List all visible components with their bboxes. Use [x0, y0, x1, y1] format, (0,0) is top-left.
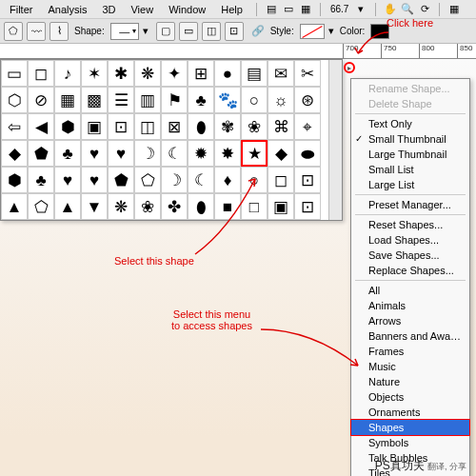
shape-cell[interactable]: ★	[241, 140, 268, 167]
mode-paths-icon[interactable]: ▭	[179, 22, 198, 41]
shape-cell[interactable]: ♣	[28, 167, 54, 193]
shape-cell[interactable]: ▣	[268, 193, 294, 220]
menu-save-shapes[interactable]: Save Shapes...	[351, 248, 469, 263]
shape-picker-scrollbar[interactable]	[328, 60, 342, 220]
shape-cell[interactable]: ✾	[214, 113, 241, 140]
shape-cell[interactable]: ☽	[134, 140, 161, 167]
shape-cell[interactable]: ♣	[54, 140, 81, 167]
shape-cell[interactable]: ▭	[1, 60, 28, 87]
shape-cell[interactable]: ✹	[188, 140, 214, 167]
shape-cell[interactable]: ▦	[54, 87, 81, 113]
menu-view-small-list[interactable]: Small List	[351, 162, 469, 177]
shape-cell[interactable]: ⬢	[54, 113, 81, 140]
mode-shape-layers-icon[interactable]: ▢	[156, 22, 175, 41]
hand-icon[interactable]: ✋	[384, 3, 397, 16]
shape-cell[interactable]: 🐾	[214, 87, 241, 113]
shape-cell[interactable]: ◆	[268, 140, 294, 167]
screen-icon[interactable]: ▦	[299, 3, 312, 16]
menu-view-small-thumbnail[interactable]: Small Thumbnail	[351, 131, 469, 147]
shape-cell[interactable]: ♣	[188, 87, 214, 113]
style-swatch[interactable]	[300, 24, 325, 39]
shape-cell[interactable]: ☽	[161, 167, 188, 193]
shape-cell[interactable]: ⚑	[161, 87, 188, 113]
menu-reset-shapes[interactable]: Reset Shapes...	[351, 217, 469, 232]
arrange-icon[interactable]: ▦	[447, 3, 461, 16]
link-icon[interactable]: 🔗	[251, 25, 265, 37]
shape-cell[interactable]: ⌘	[268, 113, 294, 140]
shape-cell[interactable]: ▣	[81, 113, 108, 140]
shape-cell[interactable]: ☾	[188, 167, 214, 193]
shape-cell[interactable]: ❀	[241, 113, 268, 140]
shape-cell[interactable]: ✸	[214, 140, 241, 167]
shape-cell[interactable]: ♥	[108, 140, 134, 167]
shape-cell[interactable]: ⬠	[28, 193, 54, 220]
shape-cell[interactable]: ❀	[134, 193, 161, 220]
shape-cell[interactable]: ♪	[54, 60, 81, 87]
shape-cell[interactable]: ○	[241, 87, 268, 113]
menu-cat-frames[interactable]: Frames	[351, 344, 469, 359]
shape-cell[interactable]: ✉	[268, 60, 294, 87]
shape-cell[interactable]: ☾	[161, 140, 188, 167]
menu-cat-music[interactable]: Music	[351, 359, 469, 374]
menu-filter[interactable]: Filter	[4, 2, 38, 17]
shape-cell[interactable]: ⬮	[188, 113, 214, 140]
shape-cell[interactable]: ☼	[268, 87, 294, 113]
menu-replace-shapes[interactable]: Replace Shapes...	[351, 263, 469, 278]
rotate-icon[interactable]: ⟳	[418, 3, 431, 16]
shape-cell[interactable]: ⬟	[108, 167, 134, 193]
shape-cell[interactable]: ⇦	[1, 113, 28, 140]
menu-cat-arrows[interactable]: Arrows	[351, 313, 469, 328]
shape-cell[interactable]: ⊘	[28, 87, 54, 113]
shape-picker-flyout-button[interactable]: ▸	[344, 62, 355, 73]
tool-custom-shape-icon[interactable]: ⌇	[50, 22, 69, 41]
shape-cell[interactable]: ▩	[81, 87, 108, 113]
shape-cell[interactable]: ▲	[1, 193, 28, 220]
tool-pen-icon[interactable]: ⬠	[4, 22, 23, 41]
shape-cell[interactable]: ⬢	[1, 167, 28, 193]
shape-cell[interactable]: ◻	[28, 60, 54, 87]
shape-cell[interactable]: ✶	[81, 60, 108, 87]
shape-cell[interactable]: ⬬	[294, 140, 321, 167]
menu-help[interactable]: Help	[215, 2, 248, 17]
shape-cell[interactable]: ❋	[134, 60, 161, 87]
shape-cell[interactable]: ♥	[81, 167, 108, 193]
tool-freeform-icon[interactable]: 〰	[27, 22, 46, 41]
menu-analysis[interactable]: Analysis	[42, 2, 92, 17]
shape-cell[interactable]: ◆	[1, 140, 28, 167]
menu-cat-symbols[interactable]: Symbols	[351, 435, 469, 450]
shape-cell[interactable]: ✂	[294, 60, 321, 87]
mode-fill-icon[interactable]: ◫	[202, 22, 221, 41]
shape-cell[interactable]: ⊛	[294, 87, 321, 113]
shape-cell[interactable]: ♥	[81, 140, 108, 167]
menu-cat-all[interactable]: All	[351, 283, 469, 298]
shape-cell[interactable]: ▤	[241, 60, 268, 87]
shape-cell[interactable]: ⌖	[294, 113, 321, 140]
menu-view[interactable]: View	[125, 2, 159, 17]
menu-cat-objects[interactable]: Objects	[351, 389, 469, 405]
shape-cell[interactable]: ❋	[108, 193, 134, 220]
shape-cell[interactable]: ⊡	[294, 167, 321, 193]
shape-cell[interactable]: ▲	[54, 193, 81, 220]
mode-exclude-icon[interactable]: ⊡	[225, 22, 244, 41]
shape-cell[interactable]: ⊠	[161, 113, 188, 140]
shape-cell[interactable]: ⬟	[28, 140, 54, 167]
zoom-icon[interactable]: 🔍	[401, 3, 414, 16]
shape-cell[interactable]: ○	[241, 167, 268, 193]
menu-cat-shapes[interactable]: Shapes	[351, 420, 469, 435]
shape-cell[interactable]: ⊞	[188, 60, 214, 87]
shape-cell[interactable]: ✤	[161, 193, 188, 220]
shape-cell[interactable]: □	[241, 193, 268, 220]
shape-cell[interactable]: ♦	[214, 167, 241, 193]
shape-cell[interactable]: ⬡	[1, 87, 28, 113]
shape-cell[interactable]: ◫	[134, 113, 161, 140]
style-chevron-icon[interactable]: ▾	[328, 25, 334, 37]
layout-icon[interactable]: ▭	[282, 3, 295, 16]
menu-window[interactable]: Window	[163, 2, 211, 17]
shape-cell[interactable]: ●	[214, 60, 241, 87]
menu-cat-nature[interactable]: Nature	[351, 374, 469, 389]
shape-cell[interactable]: ⬠	[134, 167, 161, 193]
shape-cell[interactable]: ⊡	[108, 113, 134, 140]
shape-cell[interactable]: ☰	[108, 87, 134, 113]
menu-3d[interactable]: 3D	[96, 2, 121, 17]
menu-cat-banners[interactable]: Banners and Awards	[351, 328, 469, 344]
